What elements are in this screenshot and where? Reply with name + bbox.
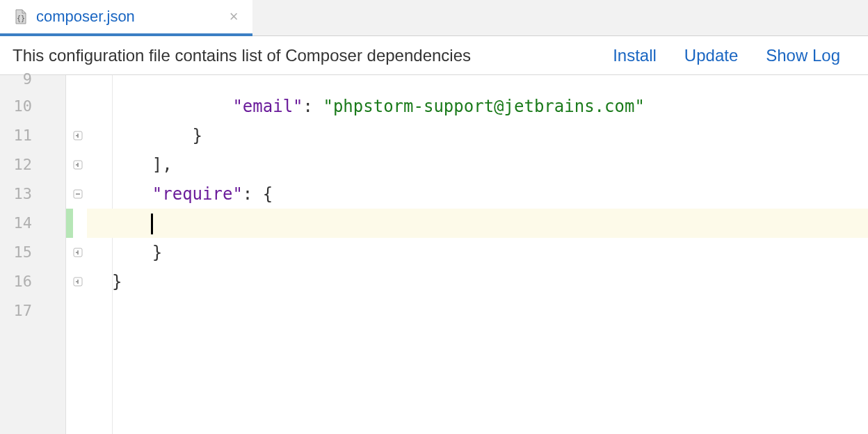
code-line[interactable]: "email": "phpstorm-support@jetbrains.com… xyxy=(87,92,868,121)
code-editor[interactable]: 91011121314151617 "name": "JetBrains", "… xyxy=(0,75,868,434)
tab-bar: {} composer.json × xyxy=(0,0,868,36)
show-log-link[interactable]: Show Log xyxy=(766,46,840,65)
line-number: 16 xyxy=(0,267,65,296)
code-line[interactable]: } xyxy=(87,121,868,150)
line-number: 14 xyxy=(0,209,65,238)
line-number: 13 xyxy=(0,179,65,209)
code-line[interactable] xyxy=(87,296,868,326)
line-number: 9 xyxy=(0,75,65,92)
line-number: 10 xyxy=(0,92,65,121)
fold-expand-icon[interactable] xyxy=(72,159,84,171)
notification-message: This configuration file contains list of… xyxy=(13,46,613,65)
svg-text:{}: {} xyxy=(17,15,25,22)
notification-actions: Install Update Show Log xyxy=(613,46,855,65)
fold-expand-icon[interactable] xyxy=(72,129,84,142)
text-cursor xyxy=(151,214,153,234)
code-area[interactable]: "name": "JetBrains", "email": "phpstorm-… xyxy=(87,75,868,434)
update-link[interactable]: Update xyxy=(684,46,738,65)
file-tab[interactable]: {} composer.json × xyxy=(0,0,252,36)
code-line[interactable]: } xyxy=(87,267,868,296)
fold-gutter xyxy=(66,75,87,434)
json-file-icon: {} xyxy=(13,8,29,25)
line-number: 12 xyxy=(0,150,65,179)
close-tab-icon[interactable]: × xyxy=(225,8,243,26)
code-line[interactable] xyxy=(87,209,868,238)
tab-filename: composer.json xyxy=(36,8,135,26)
line-number-gutter: 91011121314151617 xyxy=(0,75,66,434)
code-line[interactable]: "name": "JetBrains", xyxy=(87,75,868,92)
code-line[interactable]: "require": { xyxy=(87,179,868,209)
code-line[interactable]: ], xyxy=(87,150,868,179)
code-line[interactable]: } xyxy=(87,238,868,267)
fold-expand-icon[interactable] xyxy=(72,275,84,288)
notification-bar: This configuration file contains list of… xyxy=(0,36,868,75)
line-number: 11 xyxy=(0,121,65,150)
change-marker xyxy=(66,209,73,238)
fold-expand-icon[interactable] xyxy=(72,246,84,259)
fold-collapse-icon[interactable] xyxy=(72,188,84,200)
line-number: 15 xyxy=(0,238,65,267)
install-link[interactable]: Install xyxy=(613,46,657,65)
line-number: 17 xyxy=(0,296,65,326)
